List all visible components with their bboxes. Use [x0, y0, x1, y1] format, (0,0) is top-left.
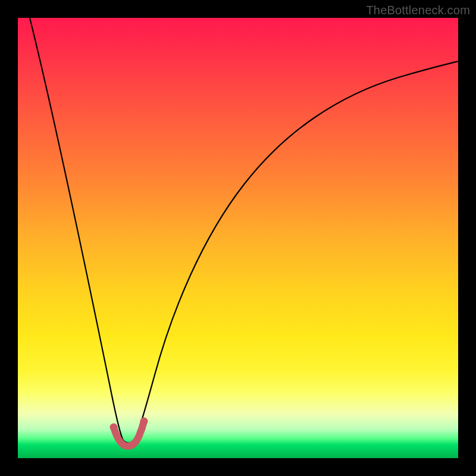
highlight-dot-left	[110, 424, 118, 431]
plot-area	[18, 18, 458, 458]
bottleneck-curve	[30, 18, 458, 443]
bottleneck-svg	[18, 18, 458, 458]
watermark: TheBottleneck.com	[366, 4, 470, 17]
highlight-dot-right	[140, 418, 148, 425]
